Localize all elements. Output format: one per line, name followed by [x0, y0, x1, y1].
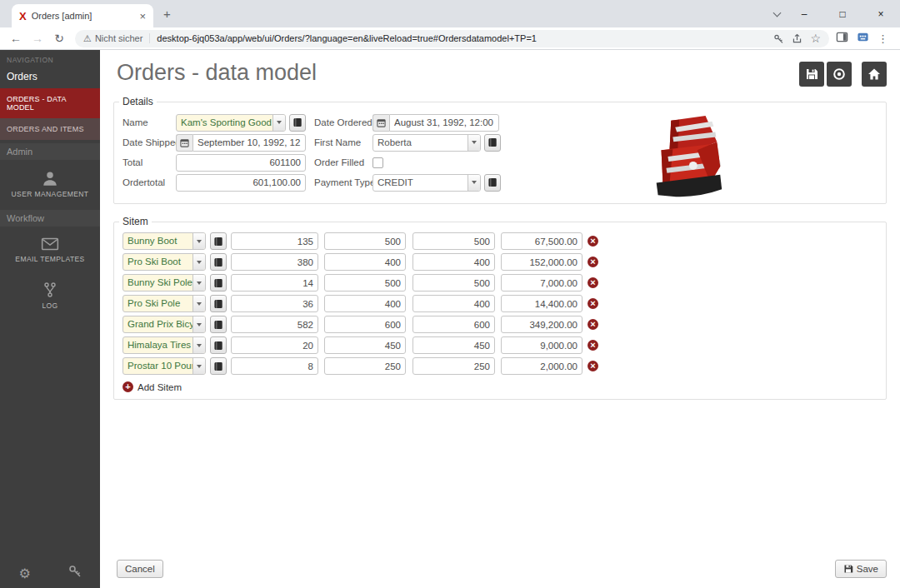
window-minimize-button[interactable]: –	[785, 0, 823, 27]
sitem-total-input[interactable]	[501, 357, 582, 375]
sitem-price-input[interactable]	[412, 336, 495, 354]
browser-tab-orders[interactable]: X Orders [admin] ×	[12, 4, 153, 27]
sitem-lookup-button[interactable]	[210, 295, 227, 312]
sitem-total-input[interactable]	[501, 316, 582, 333]
toolbar-extension-icon[interactable]	[857, 31, 869, 47]
calendar-icon[interactable]	[176, 134, 192, 152]
sitem-item-select[interactable]: Bunny Ski Pole	[122, 274, 206, 292]
sitem-total-input[interactable]	[501, 336, 582, 354]
reload-icon[interactable]: ↻	[48, 32, 70, 45]
sitem-unit-price-input[interactable]	[324, 316, 406, 333]
security-label[interactable]: Nicht sicher	[95, 33, 142, 43]
sitem-qty-input[interactable]	[231, 295, 318, 312]
date-ordered-input[interactable]	[389, 114, 499, 132]
window-close-button[interactable]: ×	[862, 0, 900, 27]
app-favicon-icon: X	[19, 11, 27, 22]
first-name-select[interactable]: Roberta	[372, 134, 481, 152]
password-key-icon[interactable]	[773, 33, 784, 44]
sidebar-item-orders-data-model[interactable]: ORDERS - DATA MODEL	[0, 88, 100, 118]
sitem-lookup-button[interactable]	[210, 232, 227, 250]
sitem-lookup-button[interactable]	[210, 336, 227, 354]
sitem-qty-input[interactable]	[231, 232, 318, 250]
calendar-icon[interactable]	[372, 114, 389, 132]
sidebar-item-email-templates[interactable]: EMAIL TEMPLATES	[0, 227, 100, 272]
sitem-item-select[interactable]: Pro Ski Pole	[122, 295, 206, 312]
sitem-lookup-button[interactable]	[210, 357, 227, 375]
sitem-price-input[interactable]	[412, 253, 495, 271]
delete-row-icon[interactable]: ×	[588, 257, 598, 267]
window-maximize-button[interactable]: □	[823, 0, 862, 27]
page-title: Orders - data model	[100, 50, 900, 96]
sitem-lookup-button[interactable]	[210, 253, 227, 271]
sitem-qty-input[interactable]	[231, 316, 318, 333]
sitem-item-select[interactable]: Pro Ski Boot	[122, 253, 206, 271]
validate-button[interactable]	[827, 62, 852, 87]
sidebar-bottom-bar: ⚙	[0, 558, 100, 588]
delete-row-icon[interactable]: ×	[588, 236, 598, 247]
address-bar[interactable]: ⚠ Nicht sicher desktop-6jq053a/app/web/u…	[75, 30, 829, 47]
side-panel-icon[interactable]	[836, 31, 848, 47]
first-name-label: First Name	[314, 137, 372, 147]
new-tab-button[interactable]: +	[163, 7, 171, 20]
delete-row-icon[interactable]: ×	[588, 340, 598, 351]
sitem-item-select[interactable]: Bunny Boot	[122, 232, 206, 250]
sitem-qty-input[interactable]	[231, 336, 318, 354]
back-icon[interactable]: ←	[5, 32, 27, 45]
save-button-top[interactable]	[799, 62, 824, 87]
sitem-price-input[interactable]	[412, 232, 495, 250]
sitem-qty-input[interactable]	[231, 357, 318, 375]
url-text[interactable]: desktop-6jq053a/app/web/ui/Orders/?langu…	[157, 33, 766, 43]
sitem-total-input[interactable]	[501, 295, 582, 312]
bookmark-star-icon[interactable]: ☆	[810, 32, 821, 45]
sitem-row: Bunny Boot ×	[122, 232, 878, 250]
sidebar-item-orders-and-items[interactable]: ORDERS AND ITEMS	[0, 118, 100, 140]
home-button[interactable]	[862, 62, 887, 87]
name-select[interactable]: Kam's Sporting Good	[176, 114, 286, 132]
delete-row-icon[interactable]: ×	[588, 298, 598, 309]
name-lookup-button[interactable]	[289, 114, 306, 132]
delete-row-icon[interactable]: ×	[588, 277, 598, 288]
sitem-price-input[interactable]	[412, 316, 495, 333]
cancel-button[interactable]: Cancel	[117, 560, 163, 578]
sidebar-item-user-management[interactable]: USER MANAGEMENT	[0, 160, 100, 207]
tab-search-icon[interactable]	[774, 10, 782, 17]
sitem-qty-input[interactable]	[231, 253, 318, 271]
sitem-unit-price-input[interactable]	[324, 274, 406, 292]
total-input[interactable]	[176, 154, 306, 172]
sitem-unit-price-input[interactable]	[324, 336, 406, 354]
share-icon[interactable]	[792, 33, 802, 44]
payment-type-select[interactable]: CREDIT	[372, 174, 481, 192]
sitem-unit-price-input[interactable]	[324, 253, 406, 271]
date-shipped-input[interactable]	[192, 134, 306, 152]
forward-icon[interactable]: →	[27, 32, 48, 45]
delete-row-icon[interactable]: ×	[588, 319, 598, 330]
save-button-bottom[interactable]: Save	[835, 560, 887, 578]
sitem-price-input[interactable]	[412, 357, 495, 375]
payment-type-lookup-button[interactable]	[484, 174, 501, 192]
sitem-total-input[interactable]	[501, 274, 582, 292]
sitem-unit-price-input[interactable]	[324, 232, 406, 250]
sitem-price-input[interactable]	[412, 295, 495, 312]
sitem-item-select[interactable]: Prostar 10 Pour	[122, 357, 206, 375]
first-name-lookup-button[interactable]	[484, 134, 501, 152]
sitem-price-input[interactable]	[412, 274, 495, 292]
sitem-unit-price-input[interactable]	[324, 295, 406, 312]
sidebar-item-log[interactable]: LOG	[0, 272, 100, 318]
sitem-lookup-button[interactable]	[210, 316, 227, 333]
sitem-item-select[interactable]: Grand Prix Bicy	[122, 316, 206, 333]
sitem-total-input[interactable]	[501, 253, 582, 271]
sitem-qty-input[interactable]	[231, 274, 318, 292]
add-sitem-button[interactable]: + Add Sitem	[122, 381, 878, 392]
kebab-menu-icon[interactable]: ⋮	[878, 32, 888, 45]
tab-close-icon[interactable]: ×	[139, 10, 146, 22]
sitem-unit-price-input[interactable]	[324, 357, 406, 375]
sitem-total-input[interactable]	[501, 232, 582, 250]
sitem-lookup-button[interactable]	[210, 274, 227, 292]
settings-gear-icon[interactable]: ⚙	[18, 566, 30, 581]
sitem-item-select[interactable]: Himalaya Tires	[122, 336, 206, 354]
ordertotal-input[interactable]	[176, 174, 306, 192]
order-filled-checkbox[interactable]	[372, 157, 383, 168]
delete-row-icon[interactable]: ×	[588, 361, 598, 371]
key-tool-icon[interactable]	[68, 565, 82, 581]
sidebar-item-orders[interactable]: Orders	[0, 67, 100, 88]
